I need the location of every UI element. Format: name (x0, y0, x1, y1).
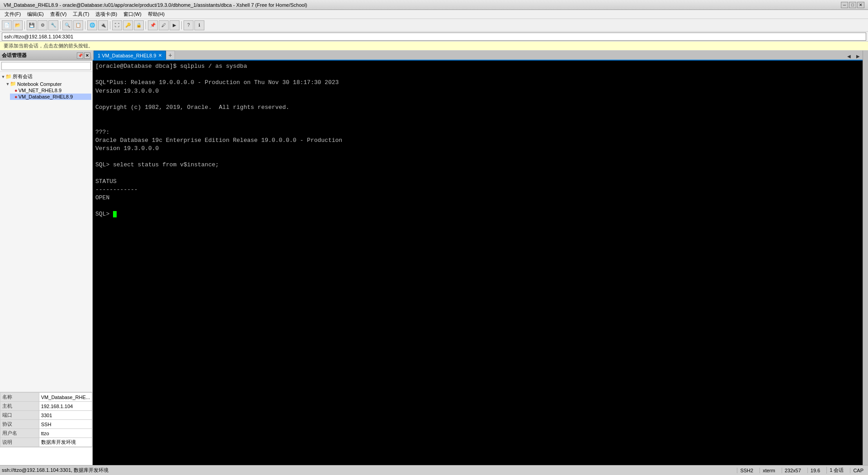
toolbar-sep-1 (24, 21, 25, 29)
status-connection-info: ssh://ttzo@192.168.1.104:3301, 数据库开发环境 (2, 467, 108, 473)
tab-close-icon[interactable]: ✕ (158, 53, 162, 58)
toolbar-btn-5[interactable]: 🖊 (159, 20, 169, 30)
status-ssh: SSH2 (737, 468, 756, 473)
sidebar-header: 会话管理器 📌 ✕ (0, 51, 92, 61)
address-input[interactable] (2, 33, 866, 41)
window-controls: ─ □ ✕ (841, 2, 864, 8)
tree-vm-net[interactable]: ● VM_NET_RHEL8.9 (10, 87, 91, 94)
toolbar-sep-4 (110, 21, 110, 29)
toolbar-btn-2[interactable]: ⚙ (38, 20, 47, 30)
menu-window[interactable]: 窗口(W) (121, 10, 144, 19)
tree-toggle-notebook: ▼ (5, 82, 10, 86)
paste-button[interactable]: 📌 (148, 20, 158, 30)
info-row-desc: 说明 数据库开发环境 (0, 438, 92, 447)
key-button[interactable]: 🔑 (123, 20, 133, 30)
status-ssh-label: SSH2 (740, 468, 753, 473)
save-button[interactable]: 💾 (27, 20, 37, 30)
search-button[interactable]: 🔍 (62, 20, 72, 30)
info-row-port: 端口 3301 (0, 411, 92, 420)
menu-file[interactable]: 文件(F) (2, 10, 24, 19)
vm-db-icon: ● (14, 94, 18, 99)
terminal-output: [oracle@Database dbca]$ sqlplus / as sys… (95, 62, 860, 219)
menu-tabs[interactable]: 选项卡(B) (93, 10, 120, 19)
tabs-bar: 1 VM_Database_RHEL8.9 ✕ + ◀ ▶ (93, 51, 863, 61)
status-zoom: 19.6 (807, 468, 823, 473)
status-zoom-label: 19.6 (811, 468, 820, 473)
menu-view[interactable]: 查看(V) (47, 10, 70, 19)
terminal-scrollbar[interactable] (863, 51, 868, 465)
terminal-cursor (113, 211, 117, 217)
add-tab-button[interactable]: + (166, 51, 175, 60)
open-button[interactable]: 📂 (13, 20, 23, 30)
help-button[interactable]: ? (184, 20, 193, 30)
toolbar-sep-6 (181, 21, 182, 29)
window-title: VM_Database_RHEL8.9 - oracle@Database:/u… (4, 2, 307, 8)
connect-button[interactable]: 🌐 (87, 20, 97, 30)
info-label-desc: 说明 (0, 438, 39, 447)
notebook-label: Notebook Computer (17, 81, 91, 87)
close-button[interactable]: ✕ (857, 2, 864, 8)
terminal-container: 1 VM_Database_RHEL8.9 ✕ + ◀ ▶ [oracle@Da… (93, 51, 863, 465)
main-area: 会话管理器 📌 ✕ ▼ 📁 所有会话 ▼ 📁 Notebook Computer (0, 51, 868, 465)
status-cap-label: CAP (853, 468, 863, 473)
sidebar-close-button[interactable]: ✕ (84, 52, 90, 59)
toolbar-btn-3[interactable]: 🔧 (48, 20, 58, 30)
sidebar-header-buttons: 📌 ✕ (77, 52, 90, 59)
info-row-username: 用户名 ttzo (0, 429, 92, 438)
info-label-host: 主机 (0, 402, 39, 411)
fullscreen-button[interactable]: ⛶ (112, 20, 122, 30)
folder-icon: 📁 (5, 74, 12, 80)
title-bar: VM_Database_RHEL8.9 - oracle@Database:/u… (0, 0, 868, 10)
status-term-label: xterm (763, 468, 775, 473)
status-sessions: 1 会话 (826, 467, 846, 474)
menu-bar: 文件(F) 编辑(E) 查看(V) 工具(T) 选项卡(B) 窗口(W) 帮助(… (0, 10, 868, 19)
toolbar: 📄 📂 💾 ⚙ 🔧 🔍 📋 🌐 🔌 ⛶ 🔑 🔒 📌 🖊 ▶ ? ℹ (0, 19, 868, 32)
toolbar-sep-5 (146, 21, 146, 29)
lock-button[interactable]: 🔒 (134, 20, 144, 30)
session-info-panel: 名称 VM_Database_RHE... 主机 192.168.1.104 端… (0, 392, 92, 465)
new-file-button[interactable]: 📄 (2, 20, 12, 30)
info-value-name: VM_Database_RHE... (39, 393, 92, 402)
toolbar-btn-4[interactable]: 📋 (73, 20, 83, 30)
info-value-host: 192.168.1.104 (39, 402, 92, 411)
info-value-protocol: SSH (39, 420, 92, 429)
tab-vm-database[interactable]: 1 VM_Database_RHEL8.9 ✕ (94, 51, 166, 60)
status-sessions-label: 1 会话 (830, 467, 844, 474)
tab-label: 1 VM_Database_RHEL8.9 (98, 53, 156, 58)
tree-vm-database[interactable]: ● VM_Database_RHEL8.9 (10, 94, 91, 100)
tree-all-sessions[interactable]: ▼ 📁 所有会话 (1, 73, 91, 80)
tree-toggle-all: ▼ (1, 75, 5, 79)
tree-toggle-vm-db (10, 94, 14, 99)
info-button[interactable]: ℹ (194, 20, 204, 30)
info-bar-text: 要添加当前会话，点击左侧的箭头按钮。 (4, 42, 93, 49)
sidebar-tree: ▼ 📁 所有会话 ▼ 📁 Notebook Computer ● VM_NET_… (0, 72, 92, 392)
tab-nav-right[interactable]: ▶ (854, 52, 862, 60)
sidebar-pin-button[interactable]: 📌 (77, 52, 83, 59)
status-size: 232x57 (782, 468, 804, 473)
minimize-button[interactable]: ─ (841, 2, 848, 8)
sidebar-search-area (0, 61, 92, 72)
toolbar-sep-3 (85, 21, 85, 29)
disconnect-button[interactable]: 🔌 (98, 20, 108, 30)
info-value-port: 3301 (39, 411, 92, 420)
status-left: ssh://ttzo@192.168.1.104:3301, 数据库开发环境 (2, 467, 737, 474)
status-cap: CAP (850, 468, 866, 473)
tab-nav-left[interactable]: ◀ (845, 52, 853, 60)
maximize-button[interactable]: □ (849, 2, 856, 8)
sidebar-search-input[interactable] (1, 62, 91, 70)
sidebar-title: 会话管理器 (2, 52, 27, 59)
menu-help[interactable]: 帮助(H) (145, 10, 167, 19)
terminal-screen[interactable]: [oracle@Database dbca]$ sqlplus / as sys… (93, 61, 863, 465)
menu-tools[interactable]: 工具(T) (70, 10, 92, 19)
info-label-username: 用户名 (0, 429, 39, 438)
menu-edit[interactable]: 编辑(E) (24, 10, 47, 19)
status-term: xterm (760, 468, 778, 473)
vm-net-icon: ● (14, 88, 18, 93)
toolbar-btn-6[interactable]: ▶ (170, 20, 179, 30)
info-row-name: 名称 VM_Database_RHE... (0, 393, 92, 402)
info-label-port: 端口 (0, 411, 39, 420)
vm-db-label: VM_Database_RHEL8.9 (19, 94, 91, 99)
tree-notebook[interactable]: ▼ 📁 Notebook Computer (5, 80, 91, 87)
info-row-host: 主机 192.168.1.104 (0, 402, 92, 411)
info-row-protocol: 协议 SSH (0, 420, 92, 429)
